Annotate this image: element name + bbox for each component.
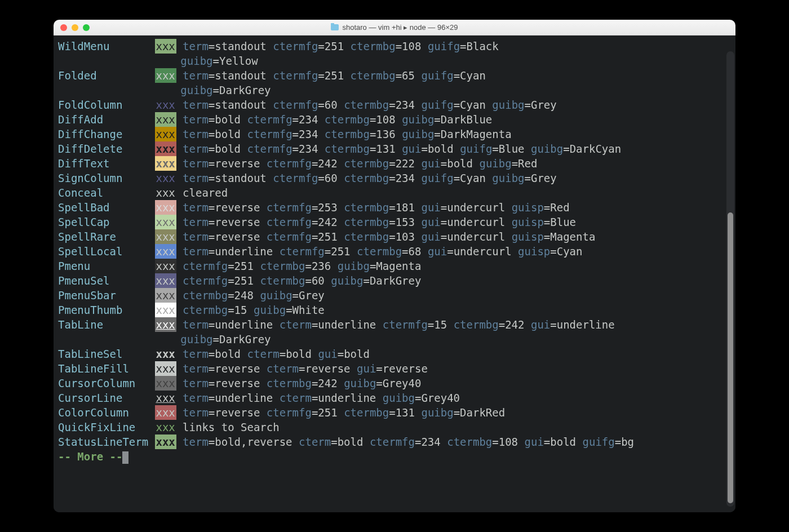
close-icon[interactable] bbox=[60, 24, 67, 31]
attr-key: term bbox=[183, 157, 209, 170]
attr-value: 234 bbox=[396, 99, 415, 111]
attr-value: undercurl bbox=[447, 216, 505, 228]
attr-key: ctermbg bbox=[183, 304, 228, 316]
attr-value: Grey bbox=[299, 289, 325, 302]
attr-value: DarkGrey bbox=[219, 84, 271, 96]
attr-value: 251 bbox=[325, 69, 344, 82]
highlight-swatch: xxx bbox=[155, 215, 176, 229]
attr-value: Grey40 bbox=[383, 377, 422, 389]
attr-key: guifg bbox=[421, 69, 453, 82]
attr-key: gui bbox=[357, 362, 376, 375]
scrollbar[interactable] bbox=[726, 51, 734, 507]
attr-key: cterm bbox=[267, 362, 299, 375]
attr-value: 60 bbox=[325, 172, 338, 184]
attr-value: bold bbox=[428, 143, 454, 155]
attr-value: 108 bbox=[402, 40, 421, 52]
attr-value: bg bbox=[621, 436, 634, 448]
attr-value: reverse bbox=[383, 362, 428, 375]
scrollbar-thumb[interactable] bbox=[728, 212, 733, 503]
hi-row: StatusLineTerm xxx term=bold,reverse cte… bbox=[58, 435, 731, 449]
hi-group-name: Pmenu bbox=[58, 260, 148, 272]
highlight-swatch: xxx bbox=[155, 229, 176, 244]
attr-value: reverse bbox=[305, 362, 350, 375]
hi-group-name: SpellLocal bbox=[58, 245, 148, 258]
attr-value: 103 bbox=[396, 230, 415, 243]
attr-value: underline bbox=[215, 245, 273, 258]
attr-key: ctermfg bbox=[267, 216, 312, 228]
highlight-swatch: xxx bbox=[155, 68, 176, 83]
attr-key: term bbox=[183, 318, 209, 331]
attr-value: 236 bbox=[312, 260, 331, 272]
attr-value: underline bbox=[215, 392, 273, 404]
attr-key: guibg bbox=[402, 113, 434, 126]
hi-row: TabLine xxx term=underline cterm=underli… bbox=[58, 317, 731, 332]
hi-row: SpellCap xxx term=reverse ctermfg=242 ct… bbox=[58, 215, 731, 229]
attr-value: underline bbox=[215, 318, 273, 331]
attr-value: DarkGrey bbox=[219, 333, 271, 345]
highlight-swatch: xxx bbox=[155, 156, 176, 171]
hi-group-name: SignColumn bbox=[58, 172, 148, 184]
attr-value: bold bbox=[344, 348, 370, 360]
attr-value: bold bbox=[550, 436, 576, 448]
highlight-swatch: xxx bbox=[155, 244, 176, 259]
attr-value: 251 bbox=[325, 40, 344, 52]
attr-key: gui bbox=[421, 157, 440, 170]
hi-group-name: QuickFixLine bbox=[58, 421, 148, 433]
attr-value: undercurl bbox=[447, 230, 505, 243]
hi-group-name: TabLineSel bbox=[58, 348, 148, 360]
hi-group-name: ColorColumn bbox=[58, 406, 148, 419]
attr-value: reverse bbox=[215, 377, 260, 389]
highlight-swatch: xxx bbox=[155, 317, 176, 332]
attr-key: ctermfg bbox=[383, 318, 428, 331]
attr-key: gui bbox=[318, 348, 337, 360]
attr-value: 242 bbox=[318, 216, 337, 228]
maximize-icon[interactable] bbox=[83, 24, 90, 31]
attr-key: ctermbg bbox=[351, 40, 396, 52]
hi-row: ColorColumn xxx term=reverse ctermfg=251… bbox=[58, 405, 731, 420]
attr-key: ctermfg bbox=[247, 113, 292, 126]
hi-group-name: FoldColumn bbox=[58, 99, 148, 111]
hi-row-continuation: guibg=DarkGrey bbox=[58, 83, 731, 97]
hi-group-name: CursorLine bbox=[58, 392, 148, 404]
attr-key: term bbox=[183, 113, 209, 126]
attr-key: gui bbox=[428, 245, 447, 258]
hi-row: PmenuSel xxx ctermfg=251 ctermbg=60 guib… bbox=[58, 273, 731, 288]
attr-key: gui bbox=[421, 216, 440, 228]
attr-value: 253 bbox=[318, 201, 337, 214]
highlight-swatch: xxx bbox=[155, 259, 176, 273]
attr-key: cterm bbox=[247, 348, 280, 360]
more-prompt[interactable]: -- More -- bbox=[58, 449, 731, 464]
attr-key: term bbox=[183, 245, 209, 258]
attr-value: 234 bbox=[421, 436, 440, 448]
hi-row: Conceal xxx cleared bbox=[58, 185, 731, 200]
attr-value: reverse bbox=[215, 216, 260, 228]
attr-key: term bbox=[183, 377, 209, 389]
hi-row: FoldColumn xxx term=standout ctermfg=60 … bbox=[58, 97, 731, 112]
window-title: shotaro — vim +hi ▸ node — 96×29 bbox=[54, 23, 735, 32]
attr-key: guibg bbox=[383, 392, 415, 404]
attr-value: DarkMagenta bbox=[441, 128, 512, 140]
attr-key: ctermfg bbox=[273, 99, 318, 111]
attr-key: cterm bbox=[299, 436, 331, 448]
hi-row: DiffDelete xxx term=bold ctermfg=234 cte… bbox=[58, 141, 731, 156]
attr-value: undercurl bbox=[447, 201, 505, 214]
attr-key: ctermfg bbox=[273, 172, 318, 184]
attr-key: ctermfg bbox=[267, 201, 312, 214]
attr-key: guibg bbox=[260, 289, 292, 302]
hi-row: SpellBad xxx term=reverse ctermfg=253 ct… bbox=[58, 200, 731, 215]
attr-key: gui bbox=[531, 318, 550, 331]
hi-group-name: DiffAdd bbox=[58, 113, 148, 126]
minimize-icon[interactable] bbox=[72, 24, 78, 31]
highlight-swatch: xxx bbox=[155, 288, 176, 303]
attr-key: ctermbg bbox=[344, 216, 389, 228]
attr-key: guisp bbox=[512, 216, 544, 228]
hi-row: PmenuThumb xxx ctermbg=15 guibg=White bbox=[58, 303, 731, 317]
attr-value: standout bbox=[215, 99, 267, 111]
attr-value: Grey bbox=[531, 172, 557, 184]
attr-value: 251 bbox=[318, 230, 337, 243]
terminal-body[interactable]: WildMenu xxx term=standout ctermfg=251 c… bbox=[54, 36, 735, 512]
titlebar[interactable]: shotaro — vim +hi ▸ node — 96×29 bbox=[54, 20, 735, 36]
attr-value: underline bbox=[318, 318, 376, 331]
terminal-window: shotaro — vim +hi ▸ node — 96×29 WildMen… bbox=[54, 20, 735, 512]
attr-value: 242 bbox=[318, 377, 337, 389]
